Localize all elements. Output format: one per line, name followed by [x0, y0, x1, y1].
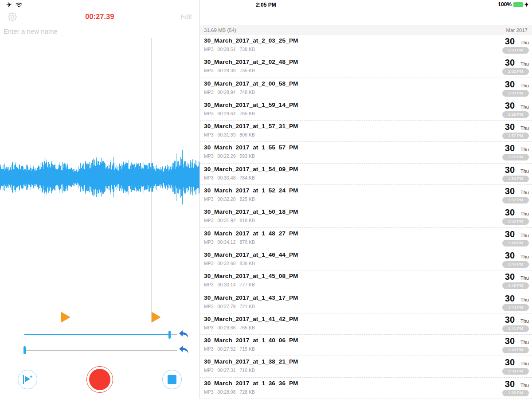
recording-weekday: Thu — [520, 83, 529, 88]
recording-list-item[interactable]: 30_March_2017_at_1_43_17_PM MP300:27.797… — [200, 292, 532, 313]
recording-time-badge: 1:48 PM — [502, 240, 529, 246]
recording-day: 30 — [505, 315, 515, 325]
recording-list-item[interactable]: 30_March_2017_at_1_52_24_PM MP300:32.208… — [200, 185, 532, 206]
recording-day: 30 — [505, 58, 515, 68]
auto-pause-thumb[interactable] — [23, 346, 26, 354]
recording-day: 30 — [505, 379, 515, 389]
recording-weekday: Thu — [520, 318, 529, 324]
recording-weekday: Thu — [520, 190, 529, 195]
recording-list-item[interactable]: 30_March_2017_at_1_48_27_PM MP300:34.128… — [200, 228, 532, 249]
record-dot-icon — [89, 369, 110, 390]
library-size-count: 31.69 MB (54) — [204, 27, 236, 33]
recording-meta: MP300:29.66765 KB — [204, 325, 259, 330]
recording-list-item[interactable]: 30_March_2017_at_1_45_08_PM MP300:30.147… — [200, 270, 532, 292]
bookmark-flag-icon[interactable] — [61, 312, 71, 323]
recording-list-item[interactable]: 30_March_2017_at_1_57_31_PM MP300:31.398… — [200, 121, 532, 142]
recording-title: 30_March_2017_at_1_43_17_PM — [204, 294, 298, 301]
recording-format: MP3 — [204, 346, 214, 352]
recording-format: MP3 — [204, 389, 214, 395]
audio-waveform — [0, 146, 200, 208]
recording-time-badge: 1:38 PM — [502, 368, 529, 375]
bookmark-flag-icon[interactable] — [152, 312, 161, 323]
recording-weekday: Thu — [520, 297, 529, 302]
recording-meta: MP300:30.48784 KB — [204, 175, 259, 180]
auto-pause-slider[interactable] — [24, 350, 177, 351]
mic-gain-fill — [24, 334, 170, 335]
recording-filesize: 825 KB — [239, 196, 254, 202]
recording-title: 30_March_2017_at_1_41_42_PM — [204, 316, 298, 322]
mic-gain-reset-button[interactable] — [178, 329, 190, 340]
recording-day: 30 — [505, 122, 515, 132]
auto-pause-row: AP — [0, 344, 200, 357]
recording-day: 30 — [505, 186, 515, 196]
recording-format: MP3 — [204, 368, 214, 373]
recording-list-item[interactable]: 30_March_2017_at_1_38_21_PM MP300:27.317… — [200, 356, 532, 377]
recording-format: MP3 — [204, 175, 214, 180]
recording-format: MP3 — [204, 325, 214, 330]
recording-format: MP3 — [204, 47, 214, 52]
recording-format: MP3 — [204, 111, 214, 116]
add-marker-button[interactable] — [18, 370, 37, 389]
recording-filesize: 777 KB — [239, 282, 254, 287]
recording-format: MP3 — [204, 153, 214, 159]
recording-meta: MP300:29.64765 KB — [204, 111, 259, 116]
recording-filesize: 765 KB — [239, 111, 254, 116]
stop-button[interactable] — [162, 370, 182, 389]
recording-list-item[interactable]: 30_March_2017_at_2_02_48_PM MP300:28.397… — [200, 56, 532, 78]
recording-format: MP3 — [204, 218, 214, 223]
recording-weekday: Thu — [520, 147, 529, 152]
recording-list-item[interactable]: 30_March_2017_at_1_50_18_PM MP300:31.928… — [200, 206, 532, 227]
recording-duration: 00:31.92 — [218, 218, 236, 223]
recording-weekday: Thu — [520, 275, 529, 281]
mic-gain-slider[interactable] — [24, 334, 177, 335]
recording-time-badge: 2:00 PM — [502, 90, 529, 97]
recording-duration: 00:34.12 — [218, 239, 236, 245]
recording-meta: MP300:22.29593 KB — [204, 153, 259, 159]
recording-time-badge: 1:54 PM — [502, 176, 529, 182]
recording-filesize: 836 KB — [239, 261, 254, 266]
recording-name-input[interactable] — [4, 26, 154, 36]
recording-meta: MP300:34.12870 KB — [204, 239, 259, 245]
recording-list-item[interactable]: 30_March_2017_at_2_03_25_PM MP300:28.517… — [200, 35, 532, 56]
library-panel: 31.69 MB (54) Mar 2017 30_March_2017_at_… — [200, 0, 532, 399]
recording-weekday: Thu — [520, 340, 529, 345]
recording-filesize: 728 KB — [239, 389, 254, 395]
recording-duration: 00:30.48 — [218, 175, 236, 180]
recording-day: 30 — [505, 357, 515, 368]
recording-weekday: Thu — [520, 125, 529, 131]
recording-list-item[interactable]: 30_March_2017_at_1_40_06_PM MP300:27.527… — [200, 335, 532, 356]
recording-list-item[interactable]: 30_March_2017_at_1_46_44_PM MP300:32.688… — [200, 249, 532, 270]
recording-title: 30_March_2017_at_2_00_58_PM — [204, 80, 298, 87]
recording-time-badge: 1:40 PM — [502, 347, 529, 353]
recording-list-item[interactable]: 30_March_2017_at_2_00_58_PM MP300:28.947… — [200, 78, 532, 99]
recording-format: MP3 — [204, 239, 214, 245]
recording-timer: 00:27.39 — [0, 13, 200, 21]
recording-filesize: 721 KB — [239, 304, 254, 309]
recording-meta: MP300:28.51738 KB — [204, 47, 259, 52]
recording-list-item[interactable]: 30_March_2017_at_1_36_36_PM MP300:28.087… — [200, 378, 532, 399]
recording-list-item[interactable]: 30_March_2017_at_1_41_42_PM MP300:29.667… — [200, 313, 532, 335]
recording-filesize: 765 KB — [239, 325, 254, 330]
recording-format: MP3 — [204, 196, 214, 202]
auto-pause-reset-button[interactable] — [178, 345, 190, 356]
recording-day: 30 — [505, 229, 515, 239]
recording-list-item[interactable]: 30_March_2017_at_1_55_57_PM MP300:22.295… — [200, 142, 532, 163]
recording-title: 30_March_2017_at_1_45_08_PM — [204, 273, 298, 279]
recording-duration: 00:28.94 — [218, 90, 236, 95]
recording-meta: MP300:28.08728 KB — [204, 389, 259, 395]
recording-time-badge: 1:52 PM — [502, 197, 529, 203]
undo-arrow-icon — [179, 345, 189, 354]
recording-weekday: Thu — [520, 211, 529, 216]
panel-divider — [200, 0, 200, 399]
recording-list[interactable]: 30_March_2017_at_2_03_25_PM MP300:28.517… — [200, 35, 532, 399]
recording-title: 30_March_2017_at_1_57_31_PM — [204, 123, 298, 129]
recording-time-badge: 1:43 PM — [502, 304, 529, 311]
recording-list-item[interactable]: 30_March_2017_at_1_54_09_PM MP300:30.487… — [200, 164, 532, 185]
recording-duration: 00:28.51 — [218, 47, 236, 52]
edit-button[interactable]: Edit — [180, 13, 192, 20]
recording-list-item[interactable]: 30_March_2017_at_1_59_14_PM MP300:29.647… — [200, 99, 532, 121]
mic-gain-thumb[interactable] — [168, 331, 171, 339]
recording-format: MP3 — [204, 132, 214, 137]
record-button[interactable] — [86, 366, 113, 393]
recording-time-badge: 1:36 PM — [502, 390, 529, 396]
